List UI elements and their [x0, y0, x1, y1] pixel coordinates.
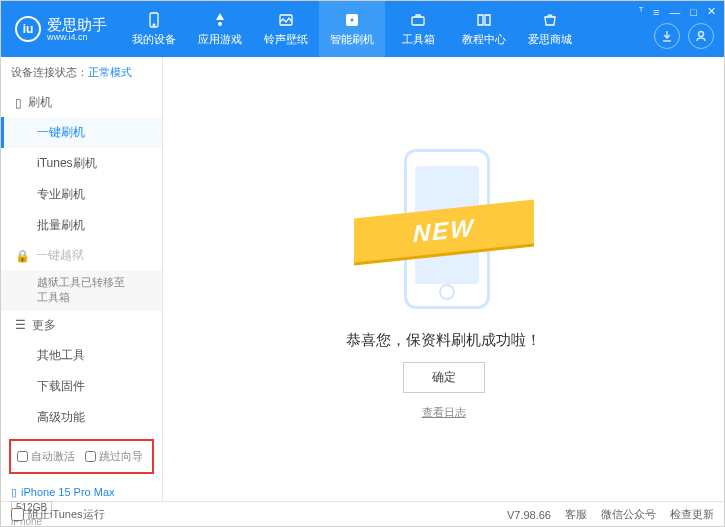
- app-header: iu 爱思助手 www.i4.cn 我的设备 应用游戏 铃声壁纸 智能刷机 工具…: [1, 1, 724, 57]
- cart-icon[interactable]: ᵀ: [639, 5, 643, 18]
- nav-tutorials[interactable]: 教程中心: [451, 1, 517, 57]
- sidebar-item-oneclick[interactable]: 一键刷机: [1, 117, 162, 148]
- brand-url: www.i4.cn: [47, 32, 107, 42]
- new-ribbon: NEW: [354, 199, 534, 262]
- success-illustration: NEW: [344, 139, 544, 319]
- menu-lines-icon: ☰: [15, 318, 26, 332]
- phone-small-icon: ▯: [15, 96, 22, 110]
- book-icon: [475, 11, 493, 29]
- store-icon: [541, 11, 559, 29]
- toolbox-icon: [409, 11, 427, 29]
- user-button[interactable]: [688, 23, 714, 49]
- wechat-link[interactable]: 微信公众号: [601, 507, 656, 522]
- version-label: V7.98.66: [507, 509, 551, 521]
- update-link[interactable]: 检查更新: [670, 507, 714, 522]
- maximize-icon[interactable]: □: [690, 6, 697, 18]
- minimize-icon[interactable]: —: [669, 6, 680, 18]
- sidebar-group-more[interactable]: ☰更多: [1, 311, 162, 340]
- lock-icon: 🔒: [15, 249, 30, 263]
- phone-icon: [145, 11, 163, 29]
- main-content: NEW 恭喜您，保资料刷机成功啦！ 确定 查看日志: [163, 57, 724, 501]
- svg-point-1: [153, 24, 155, 26]
- nav-apps[interactable]: 应用游戏: [187, 1, 253, 57]
- sidebar-item-pro[interactable]: 专业刷机: [1, 179, 162, 210]
- app-icon: [211, 11, 229, 29]
- brand-name: 爱思助手: [47, 17, 107, 32]
- sidebar-item-advanced[interactable]: 高级功能: [1, 402, 162, 433]
- menu-icon[interactable]: ≡: [653, 6, 659, 18]
- wallpaper-icon: [277, 11, 295, 29]
- close-icon[interactable]: ✕: [707, 5, 716, 18]
- nav-store[interactable]: 爱思商城: [517, 1, 583, 57]
- svg-point-2: [218, 22, 222, 26]
- options-highlighted: 自动激活 跳过向导: [9, 439, 154, 474]
- logo-icon: iu: [15, 16, 41, 42]
- svg-rect-5: [412, 17, 424, 25]
- ok-button[interactable]: 确定: [403, 362, 485, 393]
- success-message: 恭喜您，保资料刷机成功啦！: [346, 331, 541, 350]
- window-controls: ᵀ ≡ — □ ✕: [639, 5, 716, 18]
- skip-guide-checkbox[interactable]: 跳过向导: [85, 449, 143, 464]
- brand-logo: iu 爱思助手 www.i4.cn: [1, 16, 121, 42]
- sidebar-item-itunes[interactable]: iTunes刷机: [1, 148, 162, 179]
- nav-my-device[interactable]: 我的设备: [121, 1, 187, 57]
- device-icon: ▯: [11, 486, 17, 499]
- svg-point-6: [699, 32, 704, 37]
- download-button[interactable]: [654, 23, 680, 49]
- view-log-link[interactable]: 查看日志: [422, 405, 466, 420]
- auto-activate-checkbox[interactable]: 自动激活: [17, 449, 75, 464]
- nav-flash[interactable]: 智能刷机: [319, 1, 385, 57]
- sidebar-jailbreak-note: 越狱工具已转移至 工具箱: [1, 270, 162, 311]
- sidebar-item-firmware[interactable]: 下载固件: [1, 371, 162, 402]
- top-nav: 我的设备 应用游戏 铃声壁纸 智能刷机 工具箱 教程中心 爱思商城: [121, 1, 583, 57]
- sidebar-group-jailbreak: 🔒一键越狱: [1, 241, 162, 270]
- device-status: 设备连接状态：正常模式: [1, 57, 162, 88]
- flash-icon: [343, 11, 361, 29]
- sidebar: 设备连接状态：正常模式 ▯刷机 一键刷机 iTunes刷机 专业刷机 批量刷机 …: [1, 57, 163, 501]
- sidebar-item-other[interactable]: 其他工具: [1, 340, 162, 371]
- device-name[interactable]: ▯iPhone 15 Pro Max: [11, 486, 152, 499]
- block-itunes-checkbox[interactable]: 阻止iTunes运行: [11, 507, 105, 522]
- sidebar-item-batch[interactable]: 批量刷机: [1, 210, 162, 241]
- nav-toolbox[interactable]: 工具箱: [385, 1, 451, 57]
- header-actions: [654, 23, 714, 49]
- nav-ringtones[interactable]: 铃声壁纸: [253, 1, 319, 57]
- sidebar-group-flash[interactable]: ▯刷机: [1, 88, 162, 117]
- support-link[interactable]: 客服: [565, 507, 587, 522]
